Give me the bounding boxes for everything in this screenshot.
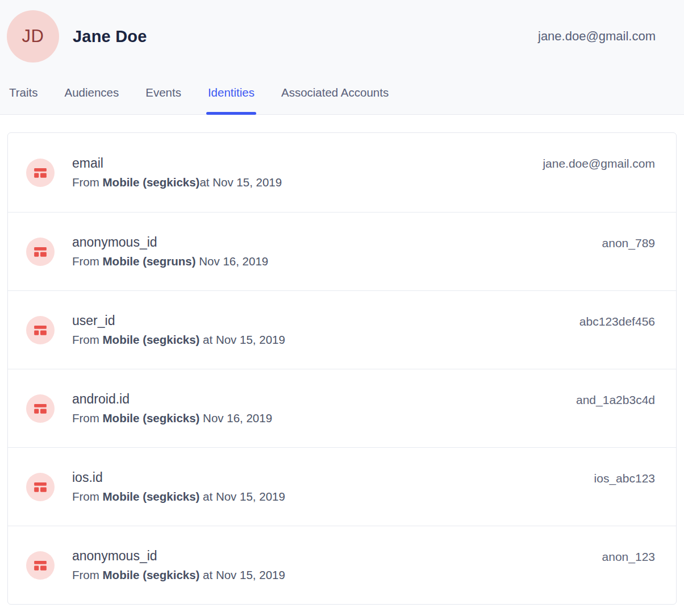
identity-row: user_idFrom Mobile (segkicks) at Nov 15,…	[8, 290, 676, 369]
tab-associated-accounts[interactable]: Associated Accounts	[281, 85, 389, 115]
page-title: Jane Doe	[73, 27, 147, 46]
tab-audiences[interactable]: Audiences	[65, 85, 119, 115]
from-text: From	[72, 568, 103, 581]
tab-bar: TraitsAudiencesEventsIdentitiesAssociate…	[0, 85, 398, 115]
profile-header-top: JD Jane Doe jane.doe@gmail.com	[0, 0, 684, 63]
identity-text: emailFrom Mobile (segkicks)at Nov 15, 20…	[72, 155, 282, 190]
profile-header: JD Jane Doe jane.doe@gmail.com TraitsAud…	[0, 0, 684, 115]
identity-text: user_idFrom Mobile (segkicks) at Nov 15,…	[72, 313, 285, 347]
date-text: at Nov 15, 2019	[199, 568, 285, 581]
profile-email: jane.doe@gmail.com	[538, 29, 656, 44]
identity-source: Mobile (segkicks)	[103, 333, 200, 346]
identity-source: Mobile (segruns)	[103, 255, 196, 268]
identity-source-line: From Mobile (segkicks)at Nov 15, 2019	[72, 174, 282, 190]
identity-row: anonymous_idFrom Mobile (segkicks) at No…	[8, 526, 676, 604]
date-text: at Nov 15, 2019	[199, 176, 282, 189]
identity-value: anon_123	[602, 549, 655, 564]
layout-grid-icon	[26, 316, 55, 344]
identity-source: Mobile (segkicks)	[103, 411, 200, 424]
identity-value: jane.doe@gmail.com	[543, 156, 655, 171]
identity-name: anonymous_id	[72, 548, 285, 564]
avatar: JD	[7, 10, 59, 63]
from-text: From	[72, 333, 103, 346]
identity-row: anonymous_idFrom Mobile (segruns) Nov 16…	[8, 212, 676, 290]
identities-card: emailFrom Mobile (segkicks)at Nov 15, 20…	[7, 132, 677, 605]
identity-text: anonymous_idFrom Mobile (segkicks) at No…	[72, 548, 285, 582]
identity-name: user_id	[72, 313, 285, 329]
identity-row: emailFrom Mobile (segkicks)at Nov 15, 20…	[8, 133, 676, 212]
date-text: Nov 16, 2019	[199, 411, 272, 424]
identity-text: anonymous_idFrom Mobile (segruns) Nov 16…	[72, 234, 268, 269]
identity-row: ios.idFrom Mobile (segkicks) at Nov 15, …	[8, 447, 676, 526]
layout-grid-icon	[26, 238, 55, 266]
layout-grid-icon	[26, 394, 55, 423]
identity-source: Mobile (segkicks)	[103, 176, 200, 189]
identity-text: ios.idFrom Mobile (segkicks) at Nov 15, …	[72, 469, 285, 504]
identity-source-line: From Mobile (segkicks) Nov 16, 2019	[72, 410, 272, 426]
from-text: From	[72, 411, 103, 424]
from-text: From	[72, 490, 103, 503]
identity-value: and_1a2b3c4d	[576, 392, 655, 407]
identity-name: ios.id	[72, 469, 285, 486]
identity-name: anonymous_id	[72, 234, 268, 251]
identity-name: email	[72, 155, 282, 172]
from-text: From	[72, 255, 103, 268]
layout-grid-icon	[26, 551, 55, 580]
layout-grid-icon	[26, 473, 55, 501]
identity-source-line: From Mobile (segruns) Nov 16, 2019	[72, 253, 268, 269]
from-text: From	[72, 176, 103, 189]
identity-name: android.id	[72, 391, 272, 407]
identity-value: ios_abc123	[594, 471, 655, 486]
identity-source-line: From Mobile (segkicks) at Nov 15, 2019	[72, 489, 285, 504]
identity-row: android.idFrom Mobile (segkicks) Nov 16,…	[8, 369, 676, 447]
tab-identities[interactable]: Identities	[208, 85, 255, 115]
date-text: at Nov 15, 2019	[199, 490, 285, 503]
layout-grid-icon	[26, 159, 55, 187]
identity-value: anon_789	[602, 235, 655, 251]
identity-source-line: From Mobile (segkicks) at Nov 15, 2019	[72, 332, 285, 347]
tab-events[interactable]: Events	[145, 85, 181, 115]
identity-text: android.idFrom Mobile (segkicks) Nov 16,…	[72, 391, 272, 426]
identity-source: Mobile (segkicks)	[103, 490, 200, 503]
identity-value: abc123def456	[579, 314, 655, 329]
tab-traits[interactable]: Traits	[9, 85, 38, 115]
date-text: at Nov 15, 2019	[199, 333, 285, 346]
identity-source-line: From Mobile (segkicks) at Nov 15, 2019	[72, 567, 285, 582]
identity-source: Mobile (segkicks)	[103, 568, 200, 581]
date-text: Nov 16, 2019	[196, 255, 269, 268]
page-body: emailFrom Mobile (segkicks)at Nov 15, 20…	[0, 115, 684, 605]
